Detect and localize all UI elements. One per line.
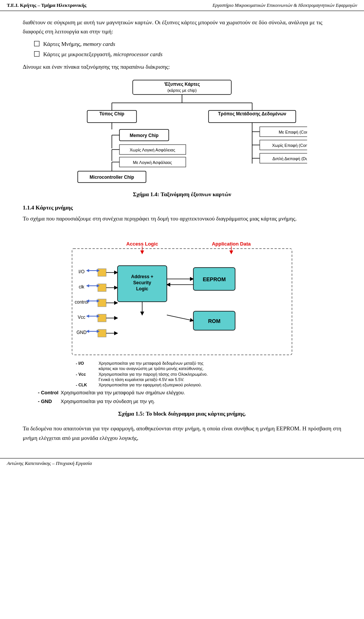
svg-rect-53 bbox=[98, 329, 106, 337]
svg-text:GND: GND bbox=[77, 330, 87, 335]
svg-text:Access Logic: Access Logic bbox=[126, 241, 158, 247]
svg-text:Χρησιμοποιείται για την μεταφο: Χρησιμοποιείται για την μεταφορά δεδομέν… bbox=[99, 361, 203, 365]
block-diagram-svg: Access Logic Application Data I/O clk co… bbox=[68, 230, 296, 389]
svg-text:Τρόπος Μετάδοσης Δεδομένων: Τρόπος Μετάδοσης Δεδομένων bbox=[218, 111, 286, 117]
svg-text:- I/O: - I/O bbox=[76, 361, 84, 365]
svg-text:Χρησιμοποιείται για την εφαρμο: Χρησιμοποιείται για την εφαρμογή εξωτερι… bbox=[99, 383, 202, 387]
intro-para1: διαθέτουν σε σύγκριση με αυτή των μαγνητ… bbox=[23, 18, 341, 36]
header-left: Τ.Ε.Ι. Κρήτης – Τμήμα Ηλεκτρονικής bbox=[7, 2, 86, 8]
svg-text:Χωρίς Επαφή (Contactless): Χωρίς Επαφή (Contactless) bbox=[272, 143, 307, 148]
bullet-list: Κάρτες Μνήμης, memory cards Κάρτες με μι… bbox=[34, 40, 341, 58]
figure1-caption: Σχήμα 1.4: Ταξινόμηση έξυπνων καρτών bbox=[23, 191, 341, 198]
tree-diagram-svg: 'Εξυπνες Κάρτες (κάρτες με chip) Τύπος C… bbox=[57, 78, 307, 188]
footer-text: Αντώνης Καπετανάκης – Πτυχιακή Εργασία bbox=[7, 460, 92, 466]
svg-text:Memory Chip: Memory Chip bbox=[130, 133, 158, 138]
figure1-diagram: 'Εξυπνες Κάρτες (κάρτες με chip) Τύπος C… bbox=[23, 78, 341, 188]
svg-text:Vcc: Vcc bbox=[78, 315, 85, 320]
figure2-diagram: Access Logic Application Data I/O clk co… bbox=[23, 230, 341, 389]
svg-rect-51 bbox=[98, 299, 106, 307]
svg-text:EEPROM: EEPROM bbox=[203, 276, 226, 282]
legend-gnd: Χρησιμοποιείται για την σύνδεση με την γ… bbox=[61, 398, 155, 406]
svg-text:control: control bbox=[75, 299, 88, 305]
svg-text:Τύπος Chip: Τύπος Chip bbox=[99, 111, 124, 117]
svg-text:clk: clk bbox=[79, 284, 85, 290]
svg-text:- CLK: - CLK bbox=[76, 383, 87, 387]
svg-text:Security: Security bbox=[133, 280, 151, 285]
bullet-item-1: Κάρτες Μνήμης, memory cards bbox=[34, 40, 341, 49]
svg-text:Address +: Address + bbox=[131, 274, 153, 279]
svg-rect-49 bbox=[98, 269, 106, 276]
section-114-heading: 1.1.4 Κάρτες μνήμης bbox=[23, 205, 341, 211]
svg-rect-50 bbox=[98, 284, 106, 291]
main-content: διαθέτουν σε σύγκριση με αυτή των μαγνητ… bbox=[0, 11, 364, 454]
svg-text:(κάρτες με chip): (κάρτες με chip) bbox=[167, 88, 196, 93]
svg-text:Γενικά η τάση κυμαίνεται μεταξ: Γενικά η τάση κυμαίνεται μεταξύ 4.5V και… bbox=[99, 377, 184, 382]
svg-text:Microcontroller Chip: Microcontroller Chip bbox=[89, 175, 134, 180]
svg-text:Διπλή Διεπαφή (Dual Int/fc): Διπλή Διεπαφή (Dual Int/fc) bbox=[272, 156, 307, 161]
svg-text:Με Λογική Ασφάλαας: Με Λογική Ασφάλαας bbox=[133, 160, 172, 165]
svg-text:'Εξυπνες Κάρτες: 'Εξυπνες Κάρτες bbox=[164, 82, 200, 87]
svg-text:Logic: Logic bbox=[136, 286, 148, 291]
svg-text:κάρτας και του αναγνώστη με τρ: κάρτας και του αναγνώστη με τρόπο μονής … bbox=[99, 366, 204, 371]
svg-text:Χρησιμοποιείται για την παροχή: Χρησιμοποιείται για την παροχή τάσης στο… bbox=[99, 372, 208, 376]
svg-text:Χωρίς Λογική Ασφάλειας: Χωρίς Λογική Ασφάλειας bbox=[130, 148, 175, 152]
svg-rect-52 bbox=[98, 314, 106, 322]
final-para1: Τα δεδομένα που απαιτούνται για την εφαρ… bbox=[23, 424, 341, 443]
section-114-text: Το σχήμα που παρουσιάζουμε στη συνέχεια … bbox=[23, 214, 341, 224]
checkbox-icon-1 bbox=[34, 41, 39, 46]
bullet-item-2: Κάρτες με μικροεπεξεργαστή, microprocess… bbox=[34, 50, 341, 59]
svg-text:Με Επαφή (Contact): Με Επαφή (Contact) bbox=[279, 130, 307, 134]
svg-text:- Vcc: - Vcc bbox=[76, 372, 86, 376]
figure2-caption: Σχήμα 1.5: Το block διάγραμμα μιας κάρτα… bbox=[23, 411, 341, 417]
bullet2-text: Κάρτες με μικροεπεξεργαστή, microprocess… bbox=[43, 50, 163, 59]
header-right: Εργαστήριο Μικροκυματικών Επικοινωνιών &… bbox=[213, 3, 357, 8]
bullet1-text: Κάρτες Μνήμης, memory cards bbox=[43, 40, 115, 49]
page-header: Τ.Ε.Ι. Κρήτης – Τμήμα Ηλεκτρονικής Εργασ… bbox=[0, 0, 364, 11]
checkbox-icon-2 bbox=[34, 51, 39, 57]
page-footer: Αντώνης Καπετανάκης – Πτυχιακή Εργασία bbox=[0, 458, 364, 468]
intro-para2: Δίνουμε και έναν πίνακα ταξινόμησης της … bbox=[23, 62, 341, 71]
legend-control: Χρησιμοποιείται για την μεταφορά των σημ… bbox=[61, 389, 185, 397]
svg-text:ROM: ROM bbox=[208, 318, 221, 324]
svg-text:Application Data: Application Data bbox=[212, 241, 251, 247]
svg-text:I/O: I/O bbox=[78, 269, 85, 274]
